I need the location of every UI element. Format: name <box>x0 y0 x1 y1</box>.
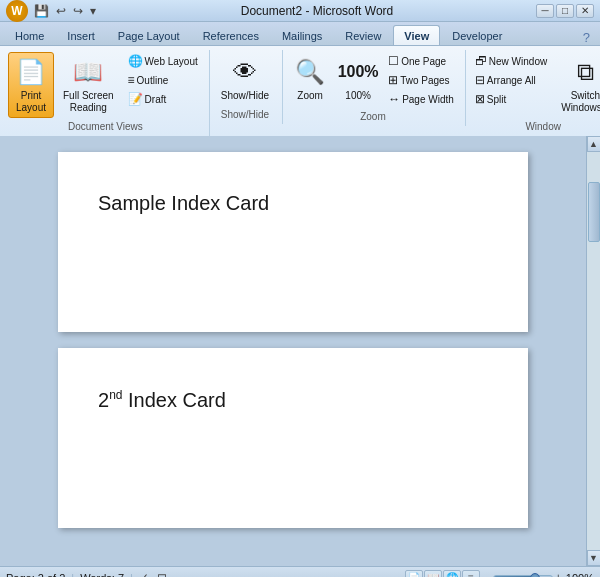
outline-label: Outline <box>137 75 169 86</box>
zoom-label: Zoom <box>297 90 323 102</box>
print-view-btn[interactable]: 📄 <box>405 570 423 578</box>
ribbon-tab-row: Home Insert Page Layout References Maili… <box>0 22 600 46</box>
redo-quick-btn[interactable]: ↪ <box>71 4 85 18</box>
pages-container[interactable]: Sample Index Card 2nd Index Card <box>0 136 586 566</box>
outline-icon: ≡ <box>128 73 135 87</box>
tab-references[interactable]: References <box>192 25 270 45</box>
switch-windows-icon: ⧉ <box>569 56 600 88</box>
tab-mailings[interactable]: Mailings <box>271 25 333 45</box>
zoom-thumb[interactable] <box>530 573 540 578</box>
full-screen-icon: 📖 <box>72 56 104 88</box>
page-width-icon: ↔ <box>388 92 400 106</box>
page-1-title: Sample Index Card <box>98 192 488 215</box>
web-layout-label: Web Layout <box>145 56 198 67</box>
zoom-icon: 🔍 <box>294 56 326 88</box>
split-icon: ⊠ <box>475 92 485 106</box>
web-view-btn[interactable]: 🌐 <box>443 570 461 578</box>
web-layout-button[interactable]: 🌐 Web Layout <box>123 52 203 70</box>
two-pages-label: Two Pages <box>400 75 449 86</box>
minimize-button[interactable]: ─ <box>536 4 554 18</box>
tab-home[interactable]: Home <box>4 25 55 45</box>
ribbon-group-show-hide: 👁 Show/Hide Show/Hide <box>210 50 283 124</box>
one-page-button[interactable]: ☐ One Page <box>383 52 459 70</box>
zoom-minus-btn[interactable]: − <box>484 571 491 578</box>
full-screen-reading-button[interactable]: 📖 Full ScreenReading <box>56 52 121 118</box>
tab-view[interactable]: View <box>393 25 440 45</box>
zoom-100-label: 100% <box>345 90 371 102</box>
show-hide-group-label: Show/Hide <box>214 109 276 122</box>
customize-quick-btn[interactable]: ▾ <box>88 4 98 18</box>
page-1: Sample Index Card <box>58 152 528 332</box>
tab-review[interactable]: Review <box>334 25 392 45</box>
save-quick-btn[interactable]: 💾 <box>32 4 51 18</box>
close-button[interactable]: ✕ <box>576 4 594 18</box>
document-views-group-label: Document Views <box>8 121 203 134</box>
one-page-icon: ☐ <box>388 54 399 68</box>
document-area: Sample Index Card 2nd Index Card ▲ ▼ <box>0 136 600 566</box>
print-layout-icon: 📄 <box>15 56 47 88</box>
draft-button[interactable]: 📝 Draft <box>123 90 203 108</box>
zoom-button[interactable]: 🔍 Zoom <box>287 52 333 106</box>
zoom-group-label: Zoom <box>287 111 459 124</box>
title-bar-left: W 💾 ↩ ↪ ▾ <box>6 0 98 22</box>
page-status: Page: 2 of 2 <box>6 572 65 578</box>
scroll-up-arrow[interactable]: ▲ <box>587 136 601 152</box>
document-type-icon[interactable]: ⊟ <box>157 571 167 578</box>
new-window-label: New Window <box>489 56 547 67</box>
split-button[interactable]: ⊠ Split <box>470 90 552 108</box>
new-window-button[interactable]: 🗗 New Window <box>470 52 552 70</box>
two-pages-button[interactable]: ⊞ Two Pages <box>383 71 459 89</box>
tab-developer[interactable]: Developer <box>441 25 513 45</box>
arrange-all-button[interactable]: ⊟ Arrange All <box>470 71 552 89</box>
window-title: Document2 - Microsoft Word <box>98 4 536 18</box>
page-2: 2nd Index Card <box>58 348 528 528</box>
one-page-label: One Page <box>401 56 446 67</box>
zoom-slider[interactable]: − + <box>484 571 562 578</box>
undo-quick-btn[interactable]: ↩ <box>54 4 68 18</box>
print-layout-button[interactable]: 📄 PrintLayout <box>8 52 54 118</box>
new-window-icon: 🗗 <box>475 54 487 68</box>
window-group-label: Window <box>470 121 600 134</box>
switch-windows-button[interactable]: ⧉ SwitchWindows ▾ <box>554 52 600 118</box>
view-mode-buttons: 📄 📖 🌐 ≡ <box>405 570 480 578</box>
ribbon-content: 📄 PrintLayout 📖 Full ScreenReading 🌐 Web… <box>0 46 600 136</box>
show-hide-icon: 👁 <box>229 56 261 88</box>
show-hide-button[interactable]: 👁 Show/Hide <box>214 52 276 106</box>
help-icon[interactable]: ? <box>577 30 596 45</box>
outline-button[interactable]: ≡ Outline <box>123 71 203 89</box>
ribbon-group-zoom: 🔍 Zoom 100% 100% ☐ One Page ⊞ Two Pages … <box>283 50 466 126</box>
zoom-page-buttons: ☐ One Page ⊞ Two Pages ↔ Page Width <box>383 52 459 108</box>
tab-page-layout[interactable]: Page Layout <box>107 25 191 45</box>
zoom-plus-btn[interactable]: + <box>555 571 562 578</box>
page-width-label: Page Width <box>402 94 454 105</box>
show-hide-label: Show/Hide <box>221 90 269 102</box>
arrange-all-icon: ⊟ <box>475 73 485 87</box>
fullread-view-btn[interactable]: 📖 <box>424 570 442 578</box>
outline-view-btn[interactable]: ≡ <box>462 570 480 578</box>
track-changes-icon[interactable]: ✓ <box>139 571 149 578</box>
print-layout-label: PrintLayout <box>16 90 46 114</box>
scroll-down-arrow[interactable]: ▼ <box>587 550 601 566</box>
draft-icon: 📝 <box>128 92 143 106</box>
page-2-title: 2nd Index Card <box>98 388 488 412</box>
window-small-buttons: 🗗 New Window ⊟ Arrange All ⊠ Split <box>470 52 552 108</box>
zoom-percent[interactable]: 100% <box>566 572 594 578</box>
zoom-100-button[interactable]: 100% 100% <box>335 52 381 106</box>
two-pages-icon: ⊞ <box>388 73 398 87</box>
switch-windows-label: SwitchWindows ▾ <box>561 90 600 114</box>
scroll-thumb[interactable] <box>588 182 600 242</box>
ribbon-group-document-views: 📄 PrintLayout 📖 Full ScreenReading 🌐 Web… <box>4 50 210 136</box>
quick-access-toolbar: 💾 ↩ ↪ ▾ <box>32 4 98 18</box>
full-screen-label: Full ScreenReading <box>63 90 114 114</box>
vertical-scrollbar[interactable]: ▲ ▼ <box>586 136 600 566</box>
document-views-buttons: 📄 PrintLayout 📖 Full ScreenReading 🌐 Web… <box>8 52 203 118</box>
zoom-buttons: 🔍 Zoom 100% 100% ☐ One Page ⊞ Two Pages … <box>287 52 459 108</box>
status-separator-2: | <box>130 572 133 578</box>
arrange-all-label: Arrange All <box>487 75 536 86</box>
office-button[interactable]: W <box>6 0 28 22</box>
status-bar: Page: 2 of 2 | Words: 7 | ✓ ⊟ 📄 📖 🌐 ≡ − … <box>0 566 600 577</box>
maximize-button[interactable]: □ <box>556 4 574 18</box>
scroll-track[interactable] <box>587 152 601 550</box>
page-width-button[interactable]: ↔ Page Width <box>383 90 459 108</box>
tab-insert[interactable]: Insert <box>56 25 106 45</box>
